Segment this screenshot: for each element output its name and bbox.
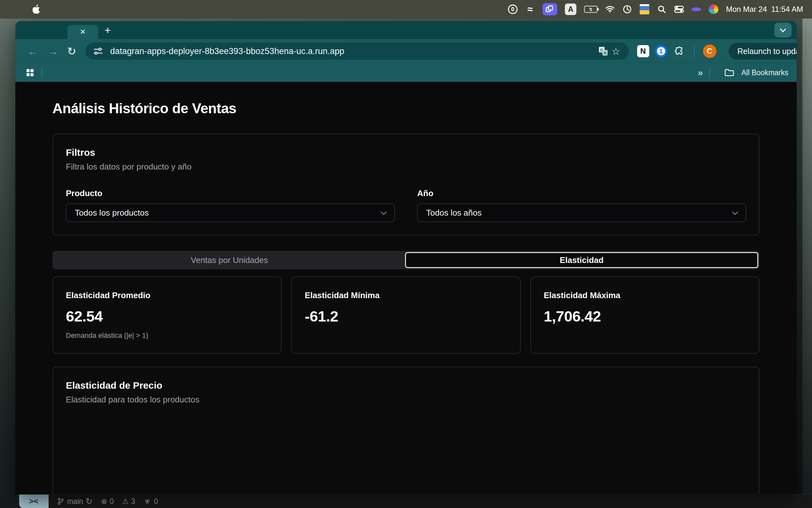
maximize-window-button[interactable]: [49, 27, 55, 34]
svg-text:A: A: [603, 50, 607, 55]
year-select-value: Todos los años: [426, 208, 481, 218]
active-tab[interactable]: ✕: [67, 25, 98, 39]
year-select[interactable]: Todos los años: [417, 204, 746, 222]
stat-value: -61.2: [305, 307, 507, 325]
extensions-puzzle-icon[interactable]: [673, 45, 686, 57]
git-branch-item[interactable]: main ↻: [57, 497, 93, 506]
chart-area: [64, 409, 746, 494]
folder-icon: [725, 69, 734, 77]
apps-grid-icon[interactable]: [23, 66, 37, 79]
tab-elasticidad[interactable]: Elasticidad: [405, 252, 758, 268]
battery-icon[interactable]: ↯: [584, 6, 598, 13]
all-bookmarks-label[interactable]: All Bookmarks: [742, 69, 789, 77]
chart-subtitle: Elasticidad para todos los productos: [66, 395, 746, 405]
spotlight-icon[interactable]: [657, 3, 667, 15]
relaunch-button[interactable]: Relaunch to update ⋮: [728, 43, 797, 59]
address-bar[interactable]: datagran-apps-deployer-8b3ee393-bboz53he…: [85, 43, 629, 60]
stat-note: Demanda elástica (|e| > 1): [66, 331, 268, 340]
tab-ventas-por-unidades[interactable]: Ventas por Unidades: [54, 252, 405, 268]
stat-cards: Elasticidad Promedio 62.54 Demanda elást…: [52, 277, 760, 354]
notification-dot: [691, 7, 701, 11]
extensions-row: N 1 C Relaunch to update ⋮: [637, 43, 797, 59]
site-settings-icon[interactable]: [92, 45, 104, 57]
onepassword-extension-icon[interactable]: 1: [655, 45, 667, 57]
chevron-down-icon: [732, 209, 738, 215]
url-text[interactable]: datagran-apps-deployer-8b3ee393-bboz53he…: [110, 46, 597, 56]
product-label: Producto: [66, 188, 395, 198]
web-page: Análisis Histórico de Ventas Filtros Fil…: [15, 82, 797, 494]
flag-doc-icon[interactable]: [640, 4, 649, 14]
chevron-down-icon: [780, 26, 786, 32]
new-tab-button[interactable]: +: [104, 24, 111, 37]
warnings-item[interactable]: ⚠ 3: [122, 497, 135, 506]
window-controls: [26, 27, 55, 34]
close-window-button[interactable]: [26, 27, 32, 34]
stat-card-minima: Elasticidad Mínima -61.2: [291, 277, 520, 354]
bookmarks-divider-2: [709, 67, 710, 78]
macos-menu-bar: 0 ≈ A ↯ Mon Mar 24 11:54 AM: [0, 0, 812, 18]
stat-value: 1,706.42: [544, 307, 746, 325]
ports-item[interactable]: 0: [144, 497, 158, 506]
relaunch-label: Relaunch to update: [737, 47, 797, 56]
errors-item[interactable]: ⊗ 0: [101, 497, 114, 506]
window-manager-icon[interactable]: [542, 3, 557, 15]
tab-strip: ✕ +: [15, 21, 797, 39]
page-title: Análisis Histórico de Ventas: [52, 100, 760, 117]
translate-icon[interactable]: GA: [597, 45, 610, 57]
menu-bar-clock[interactable]: Mon Mar 24 11:54 AM: [726, 5, 803, 14]
tab-search-button[interactable]: [774, 23, 792, 37]
sync-icon: ↻: [86, 497, 93, 506]
toolbar-divider: [694, 45, 695, 57]
browser-toolbar: ← → ↻ datagran-apps-deployer-8b3ee393-bb…: [15, 39, 797, 64]
squiggle-icon[interactable]: ≈: [525, 3, 535, 15]
chart-title: Elasticidad de Precio: [66, 380, 746, 391]
product-select-value: Todos los productos: [75, 208, 149, 218]
apple-menu-icon[interactable]: [31, 4, 42, 14]
bookmark-star-icon[interactable]: ☆: [610, 45, 622, 57]
vscode-status-bar: >< main ↻ ⊗ 0 ⚠ 3 0: [19, 494, 812, 508]
elasticity-chart: [64, 409, 748, 494]
year-label: Año: [417, 188, 746, 198]
stat-label: Elasticidad Máxima: [544, 291, 746, 300]
screen: 0 ≈ A ↯ Mon Mar 24 11:54 AM: [0, 0, 812, 508]
control-center-icon[interactable]: [674, 3, 684, 15]
notion-extension-icon[interactable]: N: [637, 45, 649, 57]
product-filter: Producto Todos los productos: [66, 188, 395, 222]
back-button[interactable]: ←: [28, 45, 38, 57]
git-branch-icon: [57, 498, 64, 505]
filters-card: Filtros Filtra los datos por producto y …: [52, 134, 760, 236]
chevron-down-icon: [381, 209, 386, 215]
stat-label: Elasticidad Mínima: [305, 291, 507, 300]
minimize-window-button[interactable]: [37, 27, 44, 34]
stat-value: 62.54: [66, 307, 268, 325]
remote-indicator[interactable]: ><: [19, 495, 49, 508]
reload-button[interactable]: ↻: [67, 45, 77, 57]
chrome-window: ✕ + ← → ↻ datagran-apps-deployer-8b3ee39…: [15, 21, 797, 494]
radio-tower-icon: [144, 498, 151, 505]
stat-note: [305, 331, 507, 339]
input-source-icon[interactable]: A: [565, 3, 576, 15]
filters-subtitle: Filtra los datos por producto y año: [66, 162, 746, 172]
stat-card-promedio: Elasticidad Promedio 62.54 Demanda elást…: [52, 277, 282, 354]
wifi-icon[interactable]: [605, 3, 615, 15]
stat-card-maxima: Elasticidad Máxima 1,706.42: [530, 277, 760, 354]
stat-note: [544, 331, 746, 339]
menu-bar-status-icons: 0 ≈ A ↯ Mon Mar 24 11:54 AM: [508, 3, 812, 15]
bookmarks-bar: » All Bookmarks: [15, 64, 797, 82]
background-window-edge: [802, 18, 812, 508]
year-filter: Año Todos los años: [417, 188, 746, 222]
bookmarks-divider: [42, 67, 42, 78]
filters-title: Filtros: [66, 147, 746, 158]
bookmarks-right: » All Bookmarks: [698, 67, 789, 78]
profile-avatar[interactable]: C: [703, 44, 716, 58]
onepassword-icon[interactable]: 0: [508, 4, 518, 14]
time-machine-icon[interactable]: [622, 3, 632, 15]
media-icon[interactable]: [709, 4, 718, 14]
product-select[interactable]: Todos los productos: [66, 204, 395, 222]
stat-label: Elasticidad Promedio: [66, 291, 268, 300]
bookmarks-overflow-icon[interactable]: »: [698, 67, 702, 78]
close-tab-icon[interactable]: ✕: [80, 28, 86, 36]
chart-card: Elasticidad de Precio Elasticidad para t…: [52, 367, 760, 494]
view-tabs: Ventas por Unidades Elasticidad: [52, 251, 760, 269]
forward-button[interactable]: →: [47, 45, 58, 57]
